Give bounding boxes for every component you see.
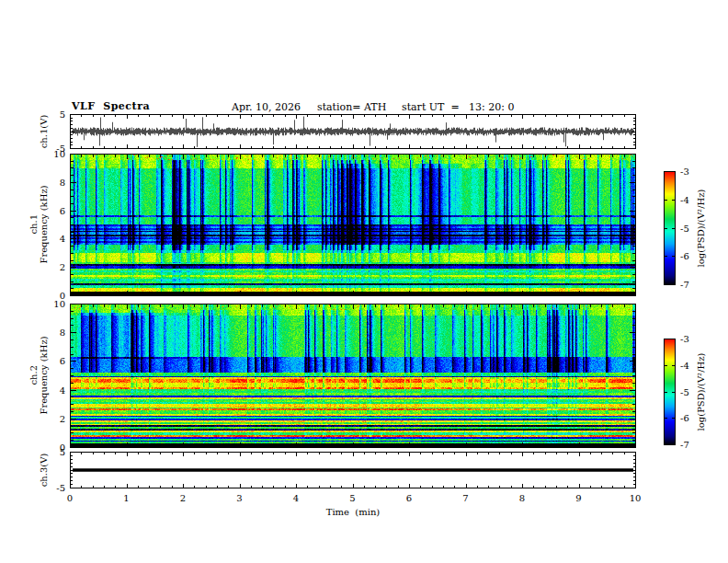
colorbar-ch2	[664, 339, 676, 445]
voltage-axis-tick-label: -5	[56, 483, 65, 493]
colorbar2-axis-label: log(PSD)/(V²/Hz)	[696, 353, 706, 431]
ch3-voltage-axis-label: ch.3(V)	[39, 454, 49, 488]
time-axis-tick-label: 10	[630, 493, 642, 503]
voltage-axis-tick-label: 5	[60, 447, 65, 457]
colorbar-tick-label: -6	[680, 413, 689, 423]
header-start-ut: start UT = 13: 20: 0	[402, 101, 515, 113]
colorbar-tick-label: -5	[680, 223, 689, 233]
ch1-voltage-axis-text: ch.1(V)	[39, 115, 49, 149]
ch2-frequency-axis-label: ch.2 Frequency (kHz)	[28, 336, 49, 414]
ch2-frequency-axis-line1: ch.2	[28, 336, 39, 414]
frequency-axis-tick-label: 6	[60, 356, 65, 366]
colorbar-tick-label: -7	[680, 440, 689, 450]
header-date: Apr. 10, 2026	[232, 101, 301, 113]
frequency-axis-tick-label: 10	[53, 299, 65, 309]
colorbar-tick-label: -5	[680, 386, 689, 396]
time-axis-tick-label: 7	[462, 493, 468, 503]
colorbar-tick-label: -7	[680, 280, 689, 290]
voltage-axis-tick-label: 5	[60, 109, 65, 120]
ch1-waveform-panel	[70, 114, 636, 149]
time-axis-tick-label: 3	[236, 493, 242, 503]
figure-title: VLF Spectra	[72, 100, 150, 112]
ch2-frequency-axis-line2: Frequency (kHz)	[39, 336, 49, 414]
frequency-axis-tick-label: 4	[60, 385, 65, 395]
colorbar-tick-label: -3	[680, 334, 689, 344]
colorbar1-axis-text: log(PSD)/(V²/Hz)	[696, 190, 706, 268]
time-axis-tick-label: 1	[123, 493, 129, 503]
header-station: station= ATH	[317, 101, 386, 113]
vlf-spectra-figure: VLF Spectra Apr. 10, 2026 station= ATH s…	[0, 0, 728, 563]
ch1-frequency-axis-label: ch.1 Frequency (kHz)	[28, 185, 49, 263]
frequency-axis-tick-label: 2	[60, 262, 65, 272]
time-axis-tick-label: 6	[406, 493, 412, 503]
time-axis-tick-label: 5	[349, 493, 355, 503]
time-axis-tick-label: 2	[180, 493, 186, 503]
ch1-frequency-axis-line2: Frequency (kHz)	[39, 185, 49, 263]
voltage-axis-tick-label: -5	[56, 144, 65, 154]
frequency-axis-tick-label: 4	[60, 234, 65, 244]
colorbar-ch1	[664, 171, 676, 285]
ch3-voltage-axis-text: ch.3(V)	[39, 454, 49, 488]
time-axis-label: Time (min)	[326, 507, 381, 517]
ch2-spectrogram-panel	[70, 304, 636, 448]
frequency-axis-tick-label: 2	[60, 413, 65, 423]
ch3-waveform-panel	[70, 452, 636, 488]
time-axis-tick-label: 4	[293, 493, 299, 503]
colorbar1-axis-label: log(PSD)/(V²/Hz)	[696, 190, 706, 268]
colorbar2-axis-text: log(PSD)/(V²/Hz)	[696, 353, 706, 431]
frequency-axis-tick-label: 8	[60, 177, 65, 187]
time-axis-tick-label: 9	[575, 493, 581, 503]
colorbar-tick-label: -6	[680, 251, 689, 261]
colorbar-tick-label: -4	[680, 360, 689, 370]
colorbar-tick-label: -3	[680, 167, 689, 177]
colorbar-tick-label: -4	[680, 194, 689, 204]
ch1-spectrogram-panel	[70, 154, 636, 296]
ch1-frequency-axis-line1: ch.1	[28, 185, 39, 263]
time-axis-tick-label: 8	[519, 493, 525, 503]
ch1-voltage-axis-label: ch.1(V)	[39, 115, 49, 149]
time-axis-tick-label: 0	[67, 493, 73, 503]
frequency-axis-tick-label: 8	[60, 327, 65, 338]
frequency-axis-tick-label: 6	[60, 205, 65, 215]
